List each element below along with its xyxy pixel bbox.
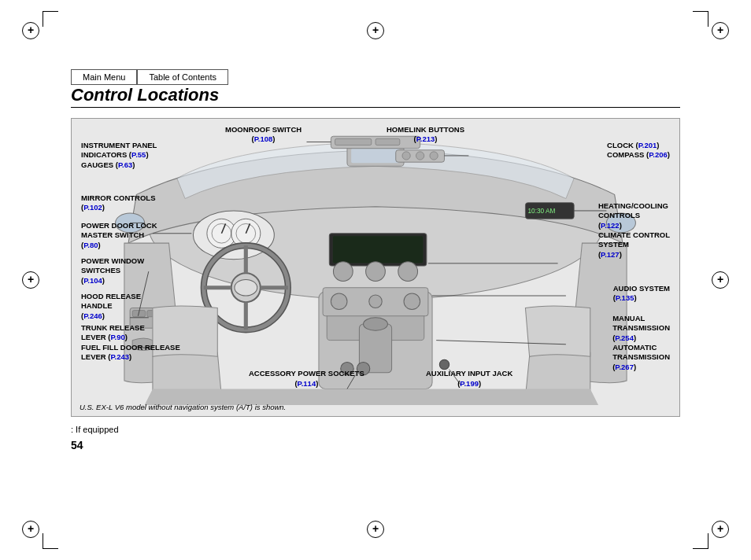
power-door-lock-label: POWER DOOR LOCKMASTER SWITCH(P.80) [81,221,157,250]
svg-point-23 [366,262,386,282]
power-window-switches-label: POWER WINDOWSWITCHES(P.104) [81,256,144,286]
footer-note: : If equipped [71,425,119,434]
svg-rect-35 [335,138,372,145]
clock-label: CLOCK (P.201)COMPASS (P.206) [607,141,670,160]
table-of-contents-button[interactable]: Table of Contents [137,69,228,85]
car-interior-svg: 10:30 AM [72,119,679,416]
bracket-top-left [43,11,58,27]
svg-point-40 [430,152,438,160]
audio-system-label: AUDIO SYSTEM(P.135) [613,284,670,304]
svg-text:10:30 AM: 10:30 AM [528,208,556,215]
registration-mark-top-left [22,22,39,39]
mirror-controls-label: MIRROR CONTROLS(P.102) [81,193,155,213]
svg-point-27 [369,295,382,308]
svg-point-30 [364,318,388,330]
accessory-power-sockets-label: ACCESSORY POWER SOCKETS(P.114) [249,369,364,389]
moonroof-switch-label: MOONROOF SWITCH(P.108) [225,125,302,145]
registration-mark-bottom-left [22,521,39,538]
svg-rect-21 [332,236,423,263]
registration-mark-middle-left [22,271,39,289]
hood-release-label: HOOD RELEASEHANDLE(P.246) [81,292,141,321]
registration-mark-top-right [712,22,729,39]
registration-mark-middle-right [712,271,729,289]
svg-point-45 [439,359,449,369]
bracket-top-right [693,11,708,27]
instrument-panel-label: INSTRUMENT PANELINDICATORS (P.55)GAUGES … [81,141,157,170]
nav-bar: Main Menu Table of Contents [71,69,228,85]
registration-mark-bottom-center [367,521,384,538]
registration-mark-bottom-right [712,521,729,538]
svg-rect-2 [351,149,400,164]
bracket-bottom-left [43,533,58,549]
diagram-container: 10:30 AM [71,118,680,417]
diagram-caption: U.S. EX-L V6 model without navigation sy… [80,403,286,411]
svg-point-17 [235,279,257,296]
heating-cooling-label: HEATING/COOLINGCONTROLS(P.122)CLIMATE CO… [598,201,670,260]
svg-point-28 [404,293,420,310]
title-underline [71,107,680,108]
main-menu-button[interactable]: Main Menu [71,69,137,85]
svg-point-38 [402,152,410,160]
svg-point-26 [331,293,347,310]
auxiliary-input-jack-label: AUXILIARY INPUT JACK(P.199) [426,369,512,389]
svg-point-22 [333,262,353,282]
manual-transmission-label: MANUALTRANSMISSION(P.254)AUTOMATICTRANSM… [612,314,670,372]
svg-point-39 [416,152,424,160]
page-number: 54 [71,439,83,451]
trunk-release-label: TRUNK RELEASELEVER (P.90)FUEL FILL DOOR … [81,323,180,362]
homelink-buttons-label: HOMELINK BUTTONS(P.213) [387,125,464,145]
svg-point-24 [398,262,418,282]
page-title: Control Locations [71,85,219,105]
bracket-bottom-right [693,533,708,549]
registration-mark-top-center [367,22,384,39]
